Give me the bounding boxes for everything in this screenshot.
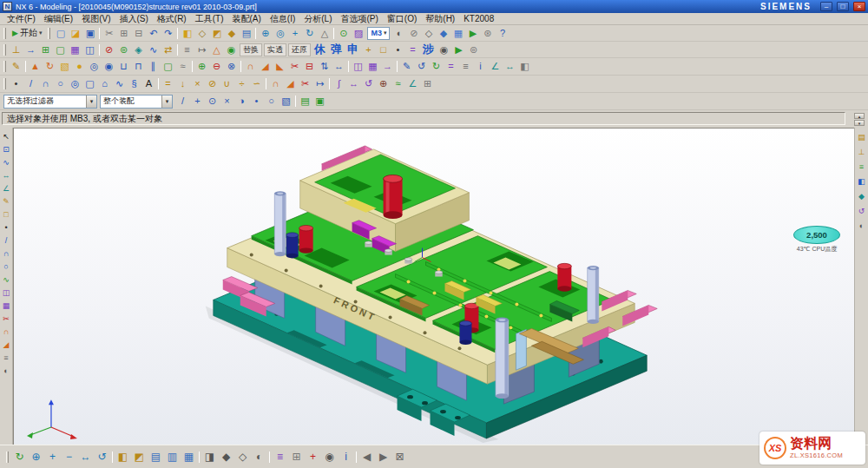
menu-item-13[interactable]: KT2008 <box>459 14 498 23</box>
hd3d-tools-icon[interactable]: ◆ <box>856 189 868 202</box>
graphics-viewport[interactable]: FRONT <box>13 128 854 445</box>
part-navigator2-icon[interactable]: ≡ <box>856 160 868 173</box>
unite-icon[interactable]: ⊕ <box>194 60 209 74</box>
pan-view-icon[interactable]: + <box>287 26 302 40</box>
open-icon[interactable]: ◪ <box>68 26 82 40</box>
paste-icon[interactable]: ⊟ <box>131 26 146 40</box>
arc-create-icon[interactable]: ∩ <box>0 247 12 260</box>
chevron-down-icon[interactable]: ▾ <box>161 96 172 108</box>
reuse-library-icon[interactable]: ◧ <box>856 175 868 188</box>
datum-csys-icon[interactable]: + <box>361 43 376 56</box>
snapshot-icon[interactable]: ◉ <box>437 43 451 56</box>
wireframe-cube-icon[interactable]: ◇ <box>194 26 209 40</box>
zoom-in-icon[interactable]: + <box>44 449 61 465</box>
split-body-icon[interactable]: ⊟ <box>302 60 317 74</box>
window-display-icon[interactable]: ▦ <box>450 26 465 40</box>
within-work-part-icon[interactable]: ▣ <box>312 95 327 109</box>
draft-icon[interactable]: ◣ <box>273 60 287 74</box>
intersection-curve-icon[interactable]: × <box>190 77 205 91</box>
prompt-scroll-up-icon[interactable]: ▴ <box>854 113 865 119</box>
menu-item-6[interactable]: 工具(T) <box>191 13 228 25</box>
polygon-tool-icon[interactable]: ⌂ <box>97 77 112 91</box>
selection-scope-dropdown[interactable]: 整个装配 ▾ <box>100 95 173 109</box>
close-button[interactable]: × <box>853 2 865 11</box>
undo-icon[interactable]: ↶ <box>146 26 161 40</box>
rectangle-tool-icon[interactable]: ▢ <box>82 77 97 91</box>
toolbar-grip[interactable] <box>3 78 6 89</box>
prompt-scroll-down-icon[interactable]: ▾ <box>854 120 865 126</box>
suppress-component-icon[interactable]: ⊘ <box>102 43 116 56</box>
point-create-icon[interactable]: • <box>0 221 12 234</box>
snap-endpoint-icon[interactable]: / <box>175 95 190 109</box>
pattern-feature-icon[interactable]: ▦ <box>365 60 380 74</box>
settings-gear-icon[interactable]: ⊛ <box>480 26 495 40</box>
layer-settings-icon[interactable]: ≡ <box>272 449 288 465</box>
macro-she-button[interactable]: 涉 <box>420 42 437 57</box>
chamfer-tool-icon[interactable]: ◢ <box>0 338 12 351</box>
update-model-icon[interactable]: ↻ <box>429 60 444 74</box>
section-curve-icon[interactable]: ⊘ <box>205 77 220 91</box>
translucent-display-button[interactable]: 实透 <box>264 43 286 56</box>
scale-body-icon[interactable]: ↔ <box>332 60 346 74</box>
explode-view-icon[interactable]: △ <box>209 43 224 56</box>
menu-item-7[interactable]: 装配(A) <box>227 13 265 25</box>
constraint-navigator-icon[interactable]: ⊥ <box>856 145 868 158</box>
perspective-view-icon[interactable]: △ <box>317 26 332 40</box>
point-icon[interactable]: • <box>391 43 405 56</box>
menu-item-2[interactable]: 编辑(E) <box>40 13 77 25</box>
arc-tool-icon[interactable]: ∩ <box>38 77 53 91</box>
toolbar-grip[interactable] <box>3 28 6 39</box>
object-info-icon[interactable]: i <box>338 449 354 465</box>
cylinder-icon[interactable]: ● <box>72 60 87 74</box>
fillet-curve-icon[interactable]: ∩ <box>268 77 283 91</box>
law-curve-icon[interactable]: ∫ <box>332 77 346 91</box>
selection-mode-badge[interactable]: M3 ▾ <box>367 27 390 40</box>
chevron-down-icon[interactable]: ▾ <box>86 96 96 108</box>
new-part-icon[interactable]: ▢ <box>53 26 68 40</box>
fit-window-icon[interactable]: ⊕ <box>28 449 44 465</box>
snapshot-view-icon[interactable]: ◉ <box>321 449 338 465</box>
replace-display-button[interactable]: 替换 <box>240 43 262 56</box>
isometric-view-icon[interactable]: ◩ <box>131 449 148 465</box>
move-component-icon[interactable]: → <box>23 43 38 56</box>
project-curve-icon[interactable]: ↓ <box>175 77 190 91</box>
angle-tool-icon[interactable]: ∠ <box>0 181 12 194</box>
part-navigator-icon[interactable]: ≡ <box>458 60 473 74</box>
help-icon[interactable]: ? <box>495 26 510 40</box>
curve-analysis-icon[interactable]: ∠ <box>405 77 420 91</box>
layer-tool-icon[interactable]: ≡ <box>0 351 12 364</box>
combine-curve-icon[interactable]: ⊕ <box>376 77 391 91</box>
rib-icon[interactable]: ∥ <box>146 60 161 74</box>
reference-set-icon[interactable]: ◈ <box>131 43 146 56</box>
toolbar-grip[interactable] <box>3 61 6 72</box>
menu-item-9[interactable]: 分析(L) <box>299 13 336 25</box>
snap-intersection-icon[interactable]: × <box>220 95 234 109</box>
clearance-check-icon[interactable]: ◉ <box>224 43 239 56</box>
unsuppress-component-icon[interactable]: ⊚ <box>116 43 131 56</box>
add-component-icon[interactable]: ⊞ <box>38 43 53 56</box>
wrap-curve-icon[interactable]: ↺ <box>361 77 376 91</box>
offset-curve-icon[interactable]: = <box>161 77 175 91</box>
history-palette-icon[interactable]: ↺ <box>856 204 868 217</box>
toolbar-grip[interactable] <box>3 44 6 56</box>
mirror-assembly-icon[interactable]: ◫ <box>82 43 97 56</box>
next-window-icon[interactable]: ▶ <box>375 449 391 465</box>
rotate-view2-icon[interactable]: ↺ <box>94 449 110 465</box>
shaded-cube-icon[interactable]: ◧ <box>180 26 194 40</box>
subtract-icon[interactable]: ⊖ <box>209 60 224 74</box>
note-tool-icon[interactable]: ✎ <box>0 194 12 208</box>
wcs-display-icon[interactable]: + <box>305 449 321 465</box>
work-plane-icon[interactable]: ▨ <box>351 26 365 40</box>
curve-length-icon[interactable]: ↔ <box>346 77 361 91</box>
cut-icon[interactable]: ✂ <box>102 26 116 40</box>
rectangle-select-icon[interactable]: ⊡ <box>0 142 12 155</box>
studio-render-icon[interactable]: ◐ <box>251 449 267 465</box>
roles-palette-icon[interactable]: ◐ <box>856 219 868 232</box>
wireframe-display-icon[interactable]: ◇ <box>421 26 436 40</box>
thread-icon[interactable]: ≈ <box>175 60 190 74</box>
shaded-edges-icon[interactable]: ◨ <box>201 449 218 465</box>
snap-point-icon[interactable]: ⊙ <box>336 26 351 40</box>
menu-item-4[interactable]: 插入(S) <box>115 13 152 25</box>
macro-tan-button[interactable]: 弹 <box>328 42 345 57</box>
grid-toggle-icon[interactable]: ⊞ <box>288 449 305 465</box>
